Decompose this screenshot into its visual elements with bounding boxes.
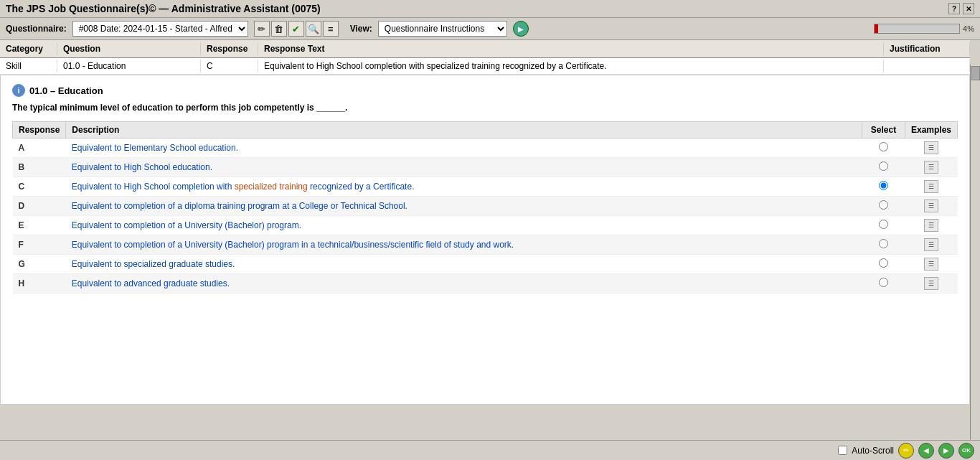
app-title: The JPS Job Questionnaire(s)© — Administ… (6, 3, 321, 14)
table-row: GEquivalent to specialized graduate stud… (13, 255, 958, 274)
radio-F[interactable] (879, 239, 888, 248)
examples-cell[interactable]: ☰ (905, 235, 957, 255)
response-select[interactable] (862, 216, 905, 235)
question-full-title: 01.0 – Education (29, 85, 103, 96)
examples-button-F[interactable]: ☰ (924, 238, 938, 251)
autoscroll-checkbox[interactable] (838, 446, 847, 455)
table-row: BEquivalent to High School education.☰ (13, 158, 958, 177)
questionnaire-label: Questionnaire: (6, 24, 67, 34)
questionnaire-select[interactable]: #008 Date: 2024-01-15 - Started - Alfred (72, 21, 248, 37)
scrollbar-thumb[interactable] (971, 66, 980, 80)
radio-D[interactable] (879, 200, 888, 210)
response-description: Equivalent to Elementary School educatio… (66, 139, 862, 158)
response-select[interactable] (862, 139, 905, 158)
radio-B[interactable] (879, 161, 888, 171)
response-letter: A (13, 139, 66, 158)
delete-icon-button[interactable]: 🗑 (271, 21, 287, 37)
close-button[interactable]: ✕ (963, 3, 974, 14)
status-bar: Auto-Scroll ✏ ◀ ▶ OK (0, 440, 980, 460)
table-row: HEquivalent to advanced graduate studies… (13, 274, 958, 294)
response-letter: G (13, 255, 66, 274)
row-question: 01.0 - Education (57, 60, 201, 72)
help-button[interactable]: ? (948, 3, 960, 14)
table-row: DEquivalent to completion of a diploma t… (13, 197, 958, 216)
table-row: CEquivalent to High School completion wi… (13, 177, 958, 197)
table-header: Category Question Response Response Text… (0, 40, 970, 58)
examples-cell[interactable]: ☰ (905, 255, 957, 274)
col-response: Response (201, 42, 258, 55)
row-response-text: Equivalent to High School completion wit… (258, 60, 884, 72)
response-letter: D (13, 197, 66, 216)
radio-A[interactable] (879, 142, 888, 151)
examples-cell[interactable]: ☰ (905, 197, 957, 216)
th-description: Description (66, 122, 862, 139)
ok-button[interactable]: OK (958, 443, 974, 459)
progress-bar-fill (875, 24, 878, 33)
view-select[interactable]: Questionnaire Instructions (378, 21, 507, 37)
examples-cell[interactable]: ☰ (905, 274, 957, 294)
row-category: Skill (0, 60, 57, 72)
response-select[interactable] (862, 158, 905, 177)
view-label: View: (350, 24, 372, 34)
response-select[interactable] (862, 274, 905, 294)
th-examples: Examples (905, 122, 957, 139)
table-row: FEquivalent to completion of a Universit… (13, 235, 958, 255)
col-question: Question (57, 42, 201, 55)
edit-icon-button[interactable]: ✏ (254, 21, 270, 37)
col-category: Category (0, 42, 57, 55)
progress-bar-container (874, 24, 960, 34)
response-table: Response Description Select Examples AEq… (12, 121, 958, 294)
radio-G[interactable] (879, 258, 888, 268)
menu-icon-button[interactable]: ≡ (323, 21, 339, 37)
response-description: Equivalent to completion of a University… (66, 235, 862, 255)
response-letter: F (13, 235, 66, 255)
examples-button-C[interactable]: ☰ (924, 180, 938, 193)
examples-button-A[interactable]: ☰ (924, 141, 938, 154)
examples-button-B[interactable]: ☰ (924, 161, 938, 174)
row-justification (884, 60, 970, 72)
examples-button-E[interactable]: ☰ (924, 219, 938, 232)
response-letter: C (13, 177, 66, 197)
examples-button-H[interactable]: ☰ (924, 277, 938, 290)
examples-button-G[interactable]: ☰ (924, 258, 938, 271)
response-select[interactable] (862, 255, 905, 274)
response-letter: E (13, 216, 66, 235)
response-select[interactable] (862, 177, 905, 197)
scrollbar-right[interactable] (970, 65, 980, 440)
response-letter: H (13, 274, 66, 294)
response-description: Equivalent to completion of a diploma tr… (66, 197, 862, 216)
play-button[interactable]: ▶ (513, 21, 529, 37)
examples-button-D[interactable]: ☰ (924, 200, 938, 212)
radio-E[interactable] (879, 220, 888, 229)
response-table-header: Response Description Select Examples (13, 122, 958, 139)
table-row: AEquivalent to Elementary School educati… (13, 139, 958, 158)
response-description: Equivalent to High School completion wit… (66, 177, 862, 197)
progress-text: 4% (963, 24, 974, 33)
examples-cell[interactable]: ☰ (905, 158, 957, 177)
examples-cell[interactable]: ☰ (905, 177, 957, 197)
table-row: EEquivalent to completion of a Universit… (13, 216, 958, 235)
response-select[interactable] (862, 197, 905, 216)
response-description: Equivalent to High School education. (66, 158, 862, 177)
examples-cell[interactable]: ☰ (905, 139, 957, 158)
radio-H[interactable] (879, 278, 888, 287)
next-button[interactable]: ▶ (938, 443, 954, 459)
response-description: Equivalent to advanced graduate studies. (66, 274, 862, 294)
col-justification: Justification (884, 42, 970, 55)
col-response-text: Response Text (258, 42, 884, 55)
edit-nav-button[interactable]: ✏ (898, 443, 914, 459)
search-icon-button[interactable]: 🔍 (306, 21, 321, 37)
response-description: Equivalent to specialized graduate studi… (66, 255, 862, 274)
th-select: Select (862, 122, 905, 139)
row-response: C (201, 60, 258, 72)
autoscroll-label: Auto-Scroll (852, 446, 894, 456)
response-select[interactable] (862, 235, 905, 255)
question-prompt: The typical minimum level of education t… (12, 103, 958, 113)
check-icon-button[interactable]: ✔ (288, 21, 304, 37)
radio-C[interactable] (879, 181, 888, 190)
main-content: i 01.0 – Education The typical minimum l… (0, 75, 970, 405)
examples-cell[interactable]: ☰ (905, 216, 957, 235)
prev-button[interactable]: ◀ (918, 443, 934, 459)
response-letter: B (13, 158, 66, 177)
th-response: Response (13, 122, 66, 139)
